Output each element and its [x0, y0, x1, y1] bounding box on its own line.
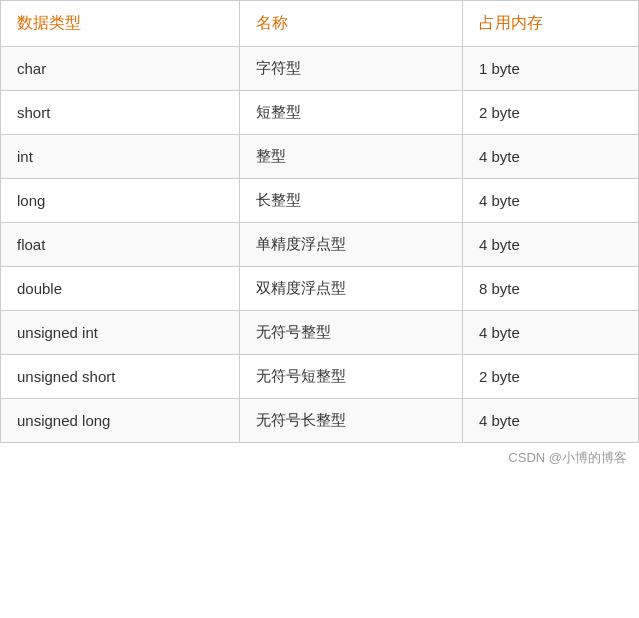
- cell-type: int: [1, 135, 240, 179]
- cell-memory: 2 byte: [462, 91, 638, 135]
- cell-memory: 4 byte: [462, 399, 638, 443]
- cell-memory: 2 byte: [462, 355, 638, 399]
- data-types-table: 数据类型 名称 占用内存 char字符型1 byteshort短整型2 byte…: [0, 0, 639, 443]
- footer-text: CSDN @小博的博客: [508, 450, 627, 465]
- table-header-row: 数据类型 名称 占用内存: [1, 1, 639, 47]
- cell-type: long: [1, 179, 240, 223]
- cell-type: short: [1, 91, 240, 135]
- table-row: unsigned int无符号整型4 byte: [1, 311, 639, 355]
- cell-name: 长整型: [239, 179, 462, 223]
- cell-type: unsigned int: [1, 311, 240, 355]
- cell-type: unsigned long: [1, 399, 240, 443]
- cell-type: float: [1, 223, 240, 267]
- cell-name: 字符型: [239, 47, 462, 91]
- cell-type: unsigned short: [1, 355, 240, 399]
- cell-name: 无符号短整型: [239, 355, 462, 399]
- footer: CSDN @小博的博客: [0, 443, 639, 467]
- cell-name: 短整型: [239, 91, 462, 135]
- cell-memory: 4 byte: [462, 311, 638, 355]
- cell-name: 单精度浮点型: [239, 223, 462, 267]
- cell-name: 无符号整型: [239, 311, 462, 355]
- page-wrapper: 数据类型 名称 占用内存 char字符型1 byteshort短整型2 byte…: [0, 0, 639, 497]
- table-row: unsigned long无符号长整型4 byte: [1, 399, 639, 443]
- table-row: unsigned short无符号短整型2 byte: [1, 355, 639, 399]
- cell-name: 整型: [239, 135, 462, 179]
- col-header-type: 数据类型: [1, 1, 240, 47]
- cell-memory: 4 byte: [462, 179, 638, 223]
- col-header-name: 名称: [239, 1, 462, 47]
- cell-memory: 8 byte: [462, 267, 638, 311]
- table-row: double双精度浮点型8 byte: [1, 267, 639, 311]
- table-row: short短整型2 byte: [1, 91, 639, 135]
- table-row: long长整型4 byte: [1, 179, 639, 223]
- cell-type: char: [1, 47, 240, 91]
- col-header-memory: 占用内存: [462, 1, 638, 47]
- table-row: int整型4 byte: [1, 135, 639, 179]
- cell-memory: 4 byte: [462, 223, 638, 267]
- cell-type: double: [1, 267, 240, 311]
- table-row: float单精度浮点型4 byte: [1, 223, 639, 267]
- table-row: char字符型1 byte: [1, 47, 639, 91]
- cell-memory: 1 byte: [462, 47, 638, 91]
- cell-name: 无符号长整型: [239, 399, 462, 443]
- cell-memory: 4 byte: [462, 135, 638, 179]
- cell-name: 双精度浮点型: [239, 267, 462, 311]
